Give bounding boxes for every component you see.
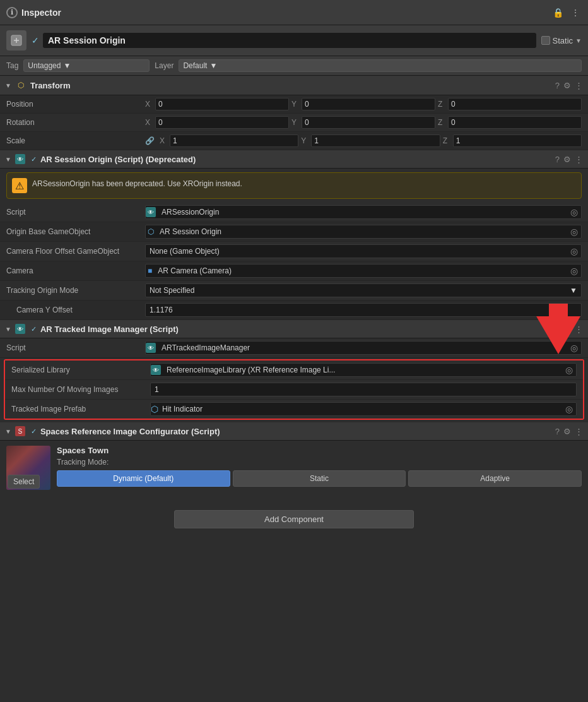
add-component-button[interactable]: Add Component xyxy=(174,510,414,528)
script-field-icon: 👁 xyxy=(146,207,156,217)
camera-row: Camera ■ AR Camera (Camera) ◎ xyxy=(0,261,588,281)
max-images-input[interactable] xyxy=(150,383,577,396)
spaces-check[interactable]: ✓ xyxy=(31,427,37,436)
camera-value: AR Camera (Camera) xyxy=(154,265,567,277)
camera-floor-label: Camera Floor Offset GameObject xyxy=(6,247,145,256)
ar-session-menu-icon[interactable]: ⋮ xyxy=(575,155,583,164)
tracking-origin-row: Tracking Origin Mode Not Specified ▼ xyxy=(0,281,588,300)
static-button[interactable]: Static xyxy=(233,470,406,487)
prefab-select-icon[interactable]: ◎ xyxy=(562,403,576,415)
serialized-icon: 👁 xyxy=(151,365,161,375)
pos-y-input[interactable] xyxy=(302,98,435,110)
ar-tracked-script-value: ARTrackedImageManager xyxy=(158,342,567,354)
ar-tracked-section-header[interactable]: ▼ 👁 ✓ AR Tracked Image Manager (Script) … xyxy=(0,320,588,338)
title-bar: ℹ Inspector 🔒 ⋮ xyxy=(0,0,588,25)
ar-session-section-header[interactable]: ▼ 👁 ✓ AR Session Origin (Script) (Deprec… xyxy=(0,150,588,169)
script-value-field[interactable]: 👁 ARSessionOrigin ◎ xyxy=(145,205,582,219)
object-name-input[interactable] xyxy=(43,33,536,48)
prefab-icon: ⬡ xyxy=(151,404,158,414)
ar-session-help-icon[interactable]: ? xyxy=(555,155,560,164)
origin-base-field[interactable]: ⬡ AR Session Origin ◎ xyxy=(145,225,582,239)
tracking-origin-label: Tracking Origin Mode xyxy=(6,286,145,295)
camera-floor-field[interactable]: None (Game Object) ◎ xyxy=(145,244,582,258)
scale-z-input[interactable] xyxy=(453,134,582,147)
origin-base-row: Origin Base GameObject ⬡ AR Session Orig… xyxy=(0,222,588,242)
active-checkbox[interactable]: ✓ xyxy=(32,35,39,45)
pos-z-input[interactable] xyxy=(448,98,582,110)
spaces-icon: S xyxy=(15,426,25,436)
spaces-help-icon[interactable]: ? xyxy=(555,427,560,436)
transform-settings-icon[interactable]: ⚙ xyxy=(563,81,571,90)
scale-y-input[interactable] xyxy=(311,134,440,147)
tracking-origin-arrow: ▼ xyxy=(570,286,577,295)
layer-value: Default xyxy=(183,61,207,70)
ar-tracked-menu-icon[interactable]: ⋮ xyxy=(575,324,583,334)
ar-session-title: AR Session Origin (Script) (Deprecated) xyxy=(40,155,551,164)
ar-session-check[interactable]: ✓ xyxy=(31,155,37,164)
static-row: Static ▼ xyxy=(541,36,582,45)
ar-tracked-settings-icon[interactable]: ⚙ xyxy=(563,324,571,334)
pos-z-label: Z xyxy=(438,100,447,109)
camera-select-icon[interactable]: ◎ xyxy=(567,265,581,277)
spaces-menu-icon[interactable]: ⋮ xyxy=(575,427,583,436)
spaces-settings-icon[interactable]: ⚙ xyxy=(563,427,571,436)
select-button[interactable]: Select xyxy=(8,475,40,489)
scale-x-input[interactable] xyxy=(170,134,298,147)
spaces-section-header[interactable]: ▼ S ✓ Spaces Reference Image Configurato… xyxy=(0,422,588,441)
spaces-name: Spaces Town xyxy=(57,446,582,455)
origin-value: AR Session Origin xyxy=(156,225,567,238)
camera-y-label: Camera Y Offset xyxy=(6,306,145,314)
layer-label: Layer xyxy=(155,61,173,70)
script-label: Script xyxy=(6,208,145,217)
prefab-value: Hit Indicator xyxy=(158,403,562,415)
tracking-buttons: Dynamic (Default) Static Adaptive xyxy=(57,470,582,487)
static-checkbox[interactable] xyxy=(541,36,550,45)
camera-floor-select-icon[interactable]: ◎ xyxy=(567,245,581,258)
transform-help-icon[interactable]: ? xyxy=(555,81,560,90)
pos-x-input[interactable] xyxy=(155,98,289,110)
highlighted-fields: Serialized Library 👁 ReferenceImageLibra… xyxy=(4,359,584,420)
serialized-field[interactable]: 👁 ReferenceImageLibrary (XR Reference Im… xyxy=(150,363,577,377)
prefab-label: Tracked Image Prefab xyxy=(11,405,150,413)
script-select-icon[interactable]: ◎ xyxy=(567,206,581,218)
origin-base-label: Origin Base GameObject xyxy=(6,227,145,236)
adaptive-button[interactable]: Adaptive xyxy=(408,470,582,487)
ar-tracked-script-field[interactable]: 👁 ARTrackedImageManager ◎ xyxy=(145,341,582,355)
rot-z-input[interactable] xyxy=(448,116,582,129)
dynamic-button[interactable]: Dynamic (Default) xyxy=(57,470,230,487)
ar-tracked-script-select[interactable]: ◎ xyxy=(567,342,581,354)
transform-section-header[interactable]: ▼ ⬡ Transform ? ⚙ ⋮ xyxy=(0,76,588,95)
origin-select-icon[interactable]: ◎ xyxy=(567,225,581,238)
spaces-content: Select Spaces Town Tracking Mode: Dynami… xyxy=(0,441,588,500)
menu-icon[interactable]: ⋮ xyxy=(569,6,582,19)
camera-icon: ■ xyxy=(148,266,152,275)
ar-tracked-check[interactable]: ✓ xyxy=(31,325,37,333)
warning-box: ⚠ ARSessionOrigin has been deprecated. U… xyxy=(6,172,582,199)
ar-tracked-script-icon: 👁 xyxy=(146,343,156,353)
pos-x-label: X xyxy=(145,100,154,109)
tag-dropdown[interactable]: Untagged ▼ xyxy=(23,59,150,72)
camera-field[interactable]: ■ AR Camera (Camera) ◎ xyxy=(145,264,582,278)
rot-y-input[interactable] xyxy=(302,116,435,129)
transform-menu-icon[interactable]: ⋮ xyxy=(575,81,583,90)
prefab-field[interactable]: ⬡ Hit Indicator ◎ xyxy=(150,402,577,416)
scale-lock-icon[interactable]: 🔗 xyxy=(145,136,155,145)
object-name-row: ✓ xyxy=(32,33,536,48)
ar-session-settings-icon[interactable]: ⚙ xyxy=(563,155,571,164)
serialized-select-icon[interactable]: ◎ xyxy=(562,364,576,376)
scale-row: Scale 🔗 X Y Z xyxy=(0,132,588,150)
spaces-arrow: ▼ xyxy=(5,428,11,435)
camera-y-row: Camera Y Offset xyxy=(0,300,588,320)
rot-x-label: X xyxy=(145,118,154,127)
scale-xyz: X Y Z xyxy=(160,134,582,147)
tag-value: Untagged xyxy=(28,61,61,70)
layer-dropdown[interactable]: Default ▼ xyxy=(179,59,582,72)
camera-y-input[interactable] xyxy=(145,303,582,317)
static-dropdown-arrow[interactable]: ▼ xyxy=(575,37,582,44)
camera-label: Camera xyxy=(6,266,145,275)
rot-x-input[interactable] xyxy=(155,116,289,129)
tracking-origin-dropdown[interactable]: Not Specified ▼ xyxy=(145,283,582,297)
lock-icon[interactable]: 🔒 xyxy=(551,6,564,19)
ar-tracked-help-icon[interactable]: ? xyxy=(555,324,560,334)
ar-session-icon: 👁 xyxy=(15,154,25,164)
